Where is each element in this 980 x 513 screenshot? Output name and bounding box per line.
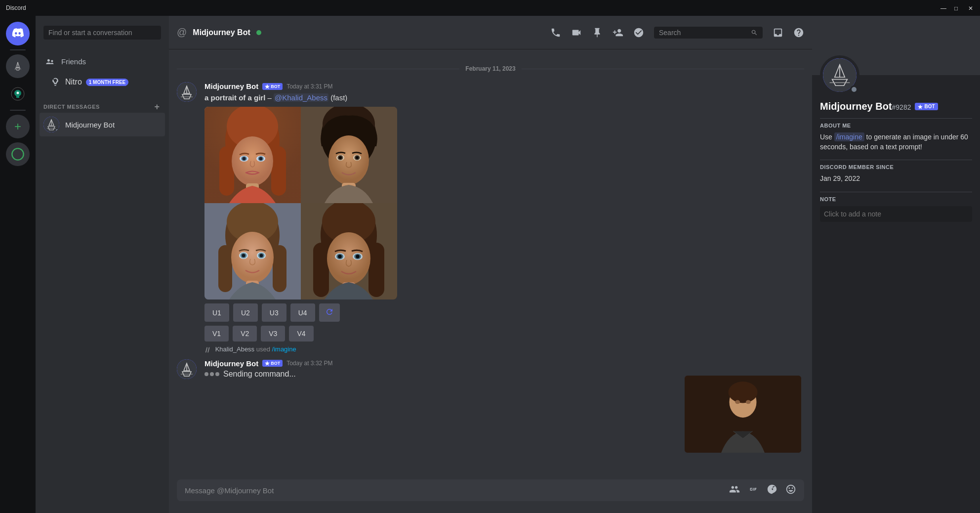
pin-icon [592, 27, 603, 38]
nitro-badge: 1 MONTH FREE [86, 79, 128, 86]
nitro-banner[interactable]: Nitro 1 MONTH FREE [43, 73, 161, 91]
variation-v1-button[interactable]: V1 [204, 326, 229, 342]
gif-button[interactable] [748, 484, 759, 497]
friends-icon [43, 55, 55, 67]
app-title: Discord [6, 4, 26, 11]
server-icon-boat[interactable] [6, 54, 30, 78]
portrait-face-2-svg [301, 107, 397, 203]
boat-server-icon [11, 59, 25, 73]
message-content: Midjourney Bot BOT Today at 3:31 PM a po… [204, 82, 804, 342]
emoji-button[interactable] [785, 484, 796, 497]
dm-username: Midjourney Bot [65, 121, 115, 129]
profile-note-input[interactable] [820, 206, 972, 222]
about-me-text: Use /imagine to generate an image in und… [820, 132, 972, 152]
action-buttons-row1: U1 U2 U3 U4 [204, 303, 804, 322]
svg-point-39 [242, 254, 245, 257]
explore-icon [11, 147, 25, 161]
upscale-u3-button[interactable]: U3 [262, 303, 286, 322]
video-person-svg [685, 375, 801, 454]
portrait-4[interactable] [301, 203, 397, 299]
help-button[interactable] [793, 27, 804, 38]
profile-avatar [820, 55, 859, 95]
channel-search-input[interactable] [659, 29, 747, 37]
portrait-face-3-svg [204, 203, 301, 299]
svg-point-63 [746, 400, 751, 404]
window-controls: — □ ✕ [940, 5, 974, 11]
message-item: Midjourney Bot BOT Today at 3:31 PM a po… [169, 80, 812, 343]
divider-line-right [522, 69, 804, 69]
svg-point-36 [231, 232, 274, 283]
minimize-button[interactable]: — [940, 5, 946, 11]
dm-nav-friends[interactable]: Friends [40, 51, 165, 71]
people-emoji-button[interactable] [729, 484, 740, 497]
about-me-cmd: /imagine [834, 132, 864, 141]
upscale-u4-button[interactable]: U4 [290, 303, 315, 322]
settings-icon [633, 27, 644, 38]
message-author-2: Midjourney Bot [204, 359, 258, 368]
image-grid [204, 107, 397, 299]
verified-icon [265, 84, 270, 89]
dot-2 [210, 372, 214, 376]
inbox-icon [773, 27, 783, 38]
message-avatar [177, 82, 197, 102]
message-mention: @Khalid_Abess [274, 93, 328, 102]
sticker-button[interactable] [767, 484, 777, 497]
message-header: Midjourney Bot BOT Today at 3:31 PM [204, 82, 804, 90]
call-button[interactable] [550, 27, 561, 38]
portrait-2[interactable] [301, 107, 397, 203]
svg-rect-47 [313, 243, 329, 297]
profile-about-section: ABOUT ME Use /imagine to generate an ima… [820, 123, 972, 152]
variation-v4-button[interactable]: V4 [289, 326, 313, 342]
dm-settings-button[interactable] [633, 27, 644, 38]
add-member-button[interactable] [612, 27, 623, 38]
upscale-u2-button[interactable]: U2 [233, 303, 258, 322]
nitro-text: Nitro [65, 78, 82, 86]
maximize-button[interactable]: □ [954, 5, 960, 11]
slash-command-icon [204, 346, 211, 353]
dm-search-bar [36, 16, 169, 49]
dm-user-avatar [43, 117, 59, 132]
video-thumbnail [684, 375, 802, 454]
date-divider: February 11, 2023 [177, 65, 804, 72]
refresh-button[interactable] [319, 303, 340, 322]
close-button[interactable]: ✕ [968, 5, 974, 11]
about-me-title: ABOUT ME [820, 123, 972, 128]
dm-user-item-midjourney[interactable]: Midjourney Bot [40, 113, 165, 136]
discord-logo-icon [11, 27, 25, 41]
server-icon-ai[interactable] [6, 82, 30, 106]
variation-v3-button[interactable]: V3 [261, 326, 285, 342]
svg-point-55 [356, 255, 360, 258]
bot-badge-2: BOT [262, 360, 283, 367]
svg-point-49 [327, 232, 370, 285]
message-input-area [169, 479, 812, 513]
portrait-3[interactable] [204, 203, 301, 299]
note-title: NOTE [820, 196, 972, 202]
portrait-1[interactable] [204, 107, 301, 203]
inbox-button[interactable] [773, 27, 783, 38]
dot-1 [204, 372, 208, 376]
server-icon-explore[interactable] [6, 142, 30, 166]
profile-banner [812, 16, 980, 75]
pin-button[interactable] [592, 27, 603, 38]
upscale-u1-button[interactable]: U1 [204, 303, 229, 322]
dm-search-input[interactable] [43, 26, 161, 40]
message-timestamp: Today at 3:31 PM [286, 83, 332, 90]
midjourney-bot-avatar-icon [177, 82, 197, 102]
add-server-icon: + [14, 120, 21, 133]
variation-v2-button[interactable]: V2 [233, 326, 257, 342]
video-button[interactable] [571, 27, 582, 38]
message-text-bold: a portrait of a girl [204, 93, 265, 102]
server-icon-add[interactable]: + [6, 115, 30, 138]
sending-text: Sending command... [223, 370, 296, 379]
profile-divider-1 [820, 118, 972, 119]
system-message: Khalid_Abess used /imagine [169, 343, 812, 355]
message-input[interactable] [185, 480, 729, 501]
server-icon-home[interactable] [6, 22, 30, 45]
dm-add-button[interactable]: + [153, 103, 161, 111]
add-member-icon [612, 27, 623, 38]
svg-point-18 [259, 157, 263, 161]
dm-sidebar: Friends Nitro 1 MONTH FREE DIRECT MESSAG… [36, 16, 169, 513]
ai-server-icon [11, 87, 25, 101]
input-actions [729, 484, 796, 497]
server-sidebar: + [0, 16, 36, 513]
